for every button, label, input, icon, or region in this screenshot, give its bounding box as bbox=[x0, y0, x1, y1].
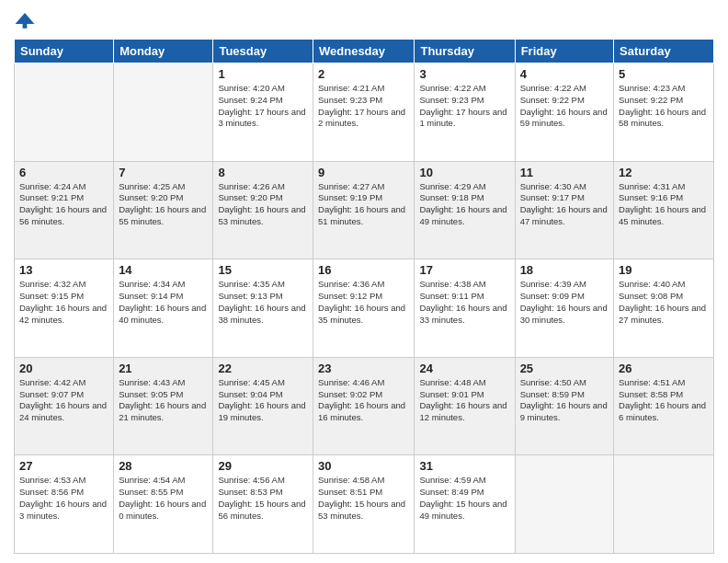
calendar-week-row: 6Sunrise: 4:24 AMSunset: 9:21 PMDaylight… bbox=[15, 161, 714, 259]
calendar-cell: 2Sunrise: 4:21 AMSunset: 9:23 PMDaylight… bbox=[313, 63, 415, 162]
weekday-header-wednesday: Wednesday bbox=[313, 40, 415, 63]
day-number: 2 bbox=[318, 67, 409, 81]
day-info: Sunrise: 4:35 AMSunset: 9:13 PMDaylight:… bbox=[218, 279, 308, 326]
weekday-header-saturday: Saturday bbox=[614, 40, 714, 63]
calendar-cell: 4Sunrise: 4:22 AMSunset: 9:22 PMDaylight… bbox=[515, 63, 613, 162]
day-number: 9 bbox=[318, 166, 409, 179]
day-number: 11 bbox=[520, 166, 609, 179]
calendar-cell bbox=[114, 63, 213, 162]
day-number: 26 bbox=[619, 362, 709, 375]
calendar-cell: 22Sunrise: 4:45 AMSunset: 9:04 PMDayligh… bbox=[213, 357, 313, 455]
calendar-cell: 28Sunrise: 4:54 AMSunset: 8:55 PMDayligh… bbox=[114, 455, 213, 554]
calendar-cell bbox=[15, 63, 114, 162]
day-number: 8 bbox=[218, 166, 308, 179]
day-info: Sunrise: 4:29 AMSunset: 9:18 PMDaylight:… bbox=[419, 181, 509, 228]
svg-marker-0 bbox=[16, 13, 35, 24]
calendar-cell: 12Sunrise: 4:31 AMSunset: 9:16 PMDayligh… bbox=[614, 161, 714, 259]
day-info: Sunrise: 4:23 AMSunset: 9:22 PMDaylight:… bbox=[619, 83, 709, 130]
calendar-cell bbox=[515, 455, 613, 554]
day-number: 3 bbox=[419, 67, 509, 81]
day-number: 14 bbox=[119, 263, 208, 277]
calendar-cell: 5Sunrise: 4:23 AMSunset: 9:22 PMDaylight… bbox=[614, 63, 714, 162]
day-number: 17 bbox=[419, 263, 509, 277]
calendar-cell: 24Sunrise: 4:48 AMSunset: 9:01 PMDayligh… bbox=[415, 357, 515, 455]
calendar-cell: 14Sunrise: 4:34 AMSunset: 9:14 PMDayligh… bbox=[114, 259, 213, 358]
calendar-cell: 9Sunrise: 4:27 AMSunset: 9:19 PMDaylight… bbox=[313, 161, 415, 259]
calendar-cell: 25Sunrise: 4:50 AMSunset: 8:59 PMDayligh… bbox=[515, 357, 613, 455]
day-number: 1 bbox=[218, 67, 308, 81]
page: SundayMondayTuesdayWednesdayThursdayFrid… bbox=[0, 0, 728, 563]
calendar-cell: 11Sunrise: 4:30 AMSunset: 9:17 PMDayligh… bbox=[515, 161, 613, 259]
calendar-cell: 10Sunrise: 4:29 AMSunset: 9:18 PMDayligh… bbox=[415, 161, 515, 259]
day-number: 31 bbox=[419, 459, 509, 473]
calendar-cell: 19Sunrise: 4:40 AMSunset: 9:08 PMDayligh… bbox=[614, 259, 714, 358]
calendar-cell: 18Sunrise: 4:39 AMSunset: 9:09 PMDayligh… bbox=[515, 259, 613, 358]
day-info: Sunrise: 4:26 AMSunset: 9:20 PMDaylight:… bbox=[218, 181, 308, 228]
day-number: 23 bbox=[318, 362, 409, 375]
day-number: 27 bbox=[19, 459, 108, 473]
calendar-cell: 30Sunrise: 4:58 AMSunset: 8:51 PMDayligh… bbox=[313, 455, 415, 554]
svg-rect-1 bbox=[23, 24, 28, 29]
day-number: 5 bbox=[619, 67, 709, 81]
calendar-cell: 20Sunrise: 4:42 AMSunset: 9:07 PMDayligh… bbox=[15, 357, 114, 455]
day-number: 19 bbox=[619, 263, 709, 277]
weekday-header-monday: Monday bbox=[114, 40, 213, 63]
day-number: 21 bbox=[119, 362, 208, 375]
day-info: Sunrise: 4:51 AMSunset: 8:58 PMDaylight:… bbox=[619, 377, 709, 424]
day-info: Sunrise: 4:24 AMSunset: 9:21 PMDaylight:… bbox=[19, 181, 108, 228]
day-number: 15 bbox=[218, 263, 308, 277]
calendar-table: SundayMondayTuesdayWednesdayThursdayFrid… bbox=[14, 39, 714, 554]
day-info: Sunrise: 4:27 AMSunset: 9:19 PMDaylight:… bbox=[318, 181, 409, 228]
day-number: 4 bbox=[520, 67, 609, 81]
calendar-cell: 26Sunrise: 4:51 AMSunset: 8:58 PMDayligh… bbox=[614, 357, 714, 455]
day-info: Sunrise: 4:39 AMSunset: 9:09 PMDaylight:… bbox=[520, 279, 609, 326]
logo-icon bbox=[14, 9, 36, 31]
weekday-header-thursday: Thursday bbox=[415, 40, 515, 63]
day-number: 12 bbox=[619, 166, 709, 179]
day-number: 22 bbox=[218, 362, 308, 375]
day-info: Sunrise: 4:30 AMSunset: 9:17 PMDaylight:… bbox=[520, 181, 609, 228]
day-info: Sunrise: 4:40 AMSunset: 9:08 PMDaylight:… bbox=[619, 279, 709, 326]
day-info: Sunrise: 4:48 AMSunset: 9:01 PMDaylight:… bbox=[419, 377, 509, 424]
calendar-cell: 21Sunrise: 4:43 AMSunset: 9:05 PMDayligh… bbox=[114, 357, 213, 455]
day-number: 24 bbox=[419, 362, 509, 375]
day-number: 18 bbox=[520, 263, 609, 277]
calendar-cell: 16Sunrise: 4:36 AMSunset: 9:12 PMDayligh… bbox=[313, 259, 415, 358]
day-info: Sunrise: 4:31 AMSunset: 9:16 PMDaylight:… bbox=[619, 181, 709, 228]
day-info: Sunrise: 4:22 AMSunset: 9:23 PMDaylight:… bbox=[419, 83, 509, 130]
calendar-cell: 13Sunrise: 4:32 AMSunset: 9:15 PMDayligh… bbox=[15, 259, 114, 358]
day-info: Sunrise: 4:54 AMSunset: 8:55 PMDaylight:… bbox=[119, 475, 208, 522]
calendar-week-row: 13Sunrise: 4:32 AMSunset: 9:15 PMDayligh… bbox=[15, 259, 714, 358]
calendar-cell: 29Sunrise: 4:56 AMSunset: 8:53 PMDayligh… bbox=[213, 455, 313, 554]
day-info: Sunrise: 4:46 AMSunset: 9:02 PMDaylight:… bbox=[318, 377, 409, 424]
day-info: Sunrise: 4:36 AMSunset: 9:12 PMDaylight:… bbox=[318, 279, 409, 326]
day-info: Sunrise: 4:32 AMSunset: 9:15 PMDaylight:… bbox=[19, 279, 108, 326]
calendar-cell: 27Sunrise: 4:53 AMSunset: 8:56 PMDayligh… bbox=[15, 455, 114, 554]
day-info: Sunrise: 4:50 AMSunset: 8:59 PMDaylight:… bbox=[520, 377, 609, 424]
calendar-week-row: 27Sunrise: 4:53 AMSunset: 8:56 PMDayligh… bbox=[15, 455, 714, 554]
calendar-cell bbox=[614, 455, 714, 554]
day-info: Sunrise: 4:20 AMSunset: 9:24 PMDaylight:… bbox=[218, 83, 308, 130]
day-number: 29 bbox=[218, 459, 308, 473]
day-number: 28 bbox=[119, 459, 208, 473]
day-number: 30 bbox=[318, 459, 409, 473]
weekday-header-tuesday: Tuesday bbox=[213, 40, 313, 63]
day-number: 6 bbox=[19, 166, 108, 179]
calendar-cell: 15Sunrise: 4:35 AMSunset: 9:13 PMDayligh… bbox=[213, 259, 313, 358]
day-info: Sunrise: 4:58 AMSunset: 8:51 PMDaylight:… bbox=[318, 475, 409, 522]
weekday-header-row: SundayMondayTuesdayWednesdayThursdayFrid… bbox=[15, 40, 714, 63]
day-info: Sunrise: 4:53 AMSunset: 8:56 PMDaylight:… bbox=[19, 475, 108, 522]
calendar-cell: 3Sunrise: 4:22 AMSunset: 9:23 PMDaylight… bbox=[415, 63, 515, 162]
calendar-cell: 8Sunrise: 4:26 AMSunset: 9:20 PMDaylight… bbox=[213, 161, 313, 259]
day-info: Sunrise: 4:38 AMSunset: 9:11 PMDaylight:… bbox=[419, 279, 509, 326]
day-number: 16 bbox=[318, 263, 409, 277]
day-info: Sunrise: 4:22 AMSunset: 9:22 PMDaylight:… bbox=[520, 83, 609, 130]
weekday-header-friday: Friday bbox=[515, 40, 613, 63]
day-number: 7 bbox=[119, 166, 208, 179]
day-info: Sunrise: 4:25 AMSunset: 9:20 PMDaylight:… bbox=[119, 181, 208, 228]
day-info: Sunrise: 4:59 AMSunset: 8:49 PMDaylight:… bbox=[419, 475, 509, 522]
calendar-cell: 1Sunrise: 4:20 AMSunset: 9:24 PMDaylight… bbox=[213, 63, 313, 162]
calendar-cell: 17Sunrise: 4:38 AMSunset: 9:11 PMDayligh… bbox=[415, 259, 515, 358]
logo bbox=[14, 9, 38, 31]
header bbox=[14, 9, 714, 31]
